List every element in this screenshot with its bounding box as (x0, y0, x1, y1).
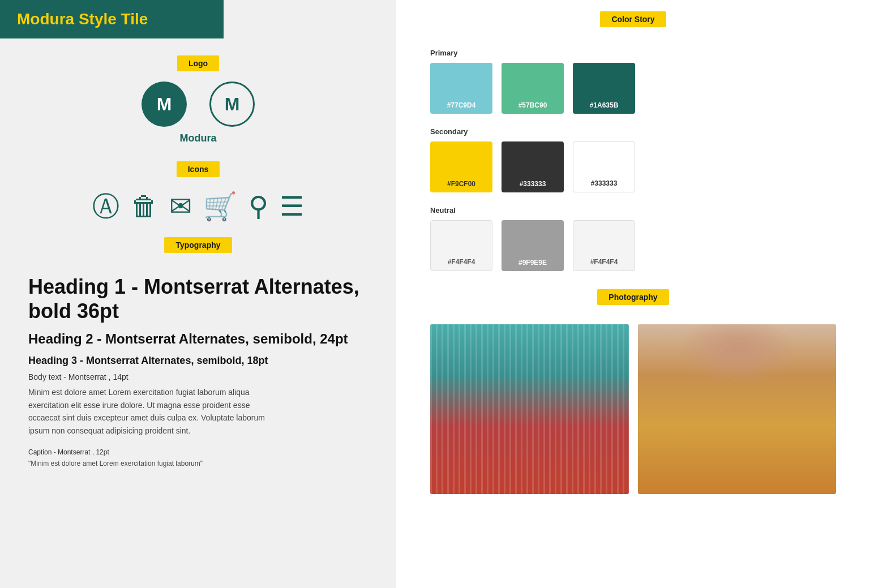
swatch-1a635b: #1A635B (573, 63, 635, 114)
photo-striped-fabric (430, 324, 629, 494)
swatch-f4f4f4-a-label: #F4F4F4 (448, 258, 475, 266)
left-content: Logo M M Modura Icons Ⓐ 🗑 ✉ 🛒 ⚲ ☰ (0, 38, 396, 588)
logo-circle-outline: M (209, 81, 255, 127)
logo-section: Logo M M Modura (28, 55, 368, 144)
primary-title: Primary (430, 49, 836, 57)
cart-icon: 🛒 (203, 193, 237, 220)
photo-row (430, 324, 836, 494)
color-story-header: Color Story (430, 11, 836, 37)
swatch-333333-label: #333333 (520, 180, 546, 188)
woman-svg (638, 324, 837, 494)
svg-rect-10 (723, 370, 751, 379)
heading3-example: Heading 3 - Montserrat Alternates, semib… (28, 355, 368, 367)
user-icon: Ⓐ (92, 193, 119, 220)
trash-icon: 🗑 (131, 193, 158, 220)
icons-row: Ⓐ 🗑 ✉ 🛒 ⚲ ☰ (92, 193, 304, 220)
swatch-9f9e9e-label: #9F9E9E (518, 259, 547, 267)
secondary-color-row: #F9CF00 #333333 #333333 (430, 141, 836, 192)
logo-letter-outline: M (225, 94, 240, 115)
logo-row: M M (142, 81, 255, 127)
swatch-333333-outline-label: #333333 (591, 179, 618, 187)
search-icon: ⚲ (248, 193, 268, 220)
swatch-1a635b-label: #1A635B (590, 101, 619, 109)
neutral-title: Neutral (430, 206, 836, 214)
caption-text-example: "Minim est dolore amet Lorem exercitatio… (28, 460, 368, 467)
photography-header: Photography (430, 289, 836, 315)
swatch-333333: #333333 (502, 141, 564, 192)
svg-rect-11 (638, 324, 837, 494)
svg-rect-12 (638, 324, 837, 494)
swatch-57bc90: #57BC90 (502, 63, 564, 114)
svg-rect-4 (430, 324, 629, 494)
caption-label: Caption - Montserrat , 12pt (28, 448, 368, 456)
primary-section: Primary #77C9D4 #57BC90 #1A635B (430, 49, 836, 127)
page-title: Modura Style Tile (17, 10, 207, 28)
logo-name: Modura (180, 132, 217, 144)
swatch-57bc90-label: #57BC90 (518, 101, 547, 109)
swatch-9f9e9e: #9F9E9E (502, 220, 564, 271)
swatch-f4f4f4-b: #F4F4F4 (573, 220, 635, 271)
logo-circle-filled: M (142, 81, 187, 127)
neutral-section: Neutral #F4F4F4 #9F9E9E #F4F4F4 (430, 206, 836, 285)
swatch-77c9d4-label: #77C9D4 (447, 101, 476, 109)
svg-point-8 (705, 324, 769, 374)
swatch-77c9d4: #77C9D4 (430, 63, 492, 114)
mail-icon: ✉ (169, 193, 192, 220)
secondary-title: Secondary (430, 127, 836, 136)
swatch-f4f4f4-a: #F4F4F4 (430, 220, 492, 271)
left-panel: Modura Style Tile Logo M M Modura Icons … (0, 0, 396, 588)
color-story-label: Color Story (600, 11, 666, 27)
icons-section: Icons Ⓐ 🗑 ✉ 🛒 ⚲ ☰ (28, 161, 368, 220)
svg-line-9 (769, 354, 796, 409)
typography-label-wrap: Typography (28, 237, 368, 263)
primary-color-row: #77C9D4 #57BC90 #1A635B (430, 63, 836, 114)
logo-label: Logo (177, 55, 219, 71)
svg-point-6 (693, 385, 781, 494)
svg-rect-3 (430, 449, 629, 494)
photography-label: Photography (597, 289, 668, 305)
icons-label: Icons (177, 161, 220, 177)
typography-label: Typography (164, 237, 232, 253)
header-bar: Modura Style Tile (0, 0, 224, 38)
body-text-example: Minim est dolore amet Lorem exercitation… (28, 386, 266, 437)
body-label: Body text - Montserrat , 14pt (28, 372, 368, 381)
striped-fabric-svg (430, 324, 629, 494)
typography-section: Typography Heading 1 - Montserrat Altern… (28, 237, 368, 467)
swatch-f9cf00-label: #F9CF00 (447, 180, 475, 188)
logo-letter: M (157, 94, 172, 115)
photo-woman-golden (638, 324, 837, 494)
svg-rect-5 (638, 324, 837, 494)
svg-rect-2 (430, 324, 629, 449)
secondary-section: Secondary #F9CF00 #333333 #333333 (430, 127, 836, 206)
svg-point-7 (709, 330, 765, 393)
heading2-example: Heading 2 - Montserrat Alternates, semib… (28, 331, 368, 347)
menu-icon: ☰ (280, 193, 304, 220)
right-panel: Color Story Primary #77C9D4 #57BC90 #1A6… (396, 0, 870, 588)
neutral-color-row: #F4F4F4 #9F9E9E #F4F4F4 (430, 220, 836, 271)
heading1-example: Heading 1 - Montserrat Alternates, bold … (28, 274, 368, 323)
swatch-f9cf00: #F9CF00 (430, 141, 492, 192)
swatch-f4f4f4-b-label: #F4F4F4 (590, 258, 618, 266)
swatch-333333-outline: #333333 (573, 141, 635, 192)
